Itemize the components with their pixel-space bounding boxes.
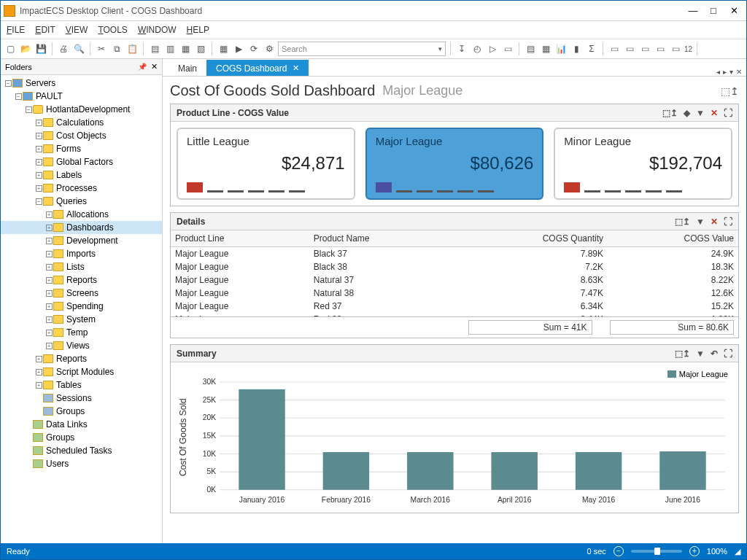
- close-button[interactable]: ✕: [724, 4, 743, 18]
- menu-help[interactable]: HELP: [187, 25, 209, 35]
- tree-node[interactable]: −PAULT: [1, 90, 162, 103]
- panel-clear-icon[interactable]: ✕: [711, 217, 718, 227]
- tree-node[interactable]: −Queries: [1, 195, 162, 208]
- product-card[interactable]: Minor League$192,704: [554, 128, 732, 200]
- preview-icon[interactable]: 🔍: [72, 42, 85, 55]
- column-header[interactable]: COGS Value: [608, 230, 738, 247]
- column-header[interactable]: Product Name: [309, 230, 453, 247]
- tb-r9[interactable]: Σ: [585, 42, 598, 55]
- tb-r12[interactable]: ▭: [638, 42, 651, 55]
- panel-undo-icon[interactable]: ↶: [711, 349, 718, 359]
- save-icon[interactable]: 💾: [34, 42, 47, 55]
- tab-main[interactable]: Main: [169, 60, 206, 76]
- tree-node[interactable]: +Imports: [1, 247, 162, 260]
- tb-r3[interactable]: ▷: [486, 42, 499, 55]
- tb-icon-3[interactable]: ▦: [179, 42, 192, 55]
- sidebar-close-icon[interactable]: ✕: [151, 62, 158, 71]
- panel-export-icon[interactable]: ⬚↥: [675, 349, 690, 359]
- export-icon[interactable]: ⬚↥: [721, 85, 739, 97]
- tree-node[interactable]: +Dashboards: [1, 221, 162, 234]
- tb-r1[interactable]: ↧: [455, 42, 468, 55]
- panel-filter-icon[interactable]: ▼: [696, 108, 705, 118]
- paste-icon[interactable]: 📋: [125, 42, 139, 55]
- menu-edit[interactable]: EDIT: [35, 25, 55, 35]
- product-card[interactable]: Little League$24,871: [177, 128, 355, 200]
- tree-node[interactable]: Scheduled Tasks: [1, 444, 162, 457]
- zoom-in-button[interactable]: +: [689, 546, 700, 556]
- panel-export-icon[interactable]: ⬚↥: [662, 108, 678, 118]
- tb-icon-2[interactable]: ▥: [163, 42, 177, 55]
- gear-icon[interactable]: ⚙: [263, 42, 276, 55]
- print-icon[interactable]: 🖨: [57, 42, 70, 55]
- zoom-out-button[interactable]: −: [614, 546, 624, 556]
- panel-export-icon[interactable]: ⬚↥: [675, 217, 690, 227]
- tree-node[interactable]: +Lists: [1, 260, 162, 273]
- tb-r14[interactable]: ▭: [669, 42, 682, 55]
- column-header[interactable]: COGS Quantity: [453, 230, 608, 247]
- cut-icon[interactable]: ✂: [95, 42, 108, 55]
- tb-r10[interactable]: ▭: [608, 42, 621, 55]
- tb-icon-1[interactable]: ▤: [148, 42, 161, 55]
- table-row[interactable]: Major LeagueNatural 378.63K8.22K: [171, 273, 738, 287]
- tree-node[interactable]: −Servers: [1, 77, 162, 90]
- tb-r13[interactable]: ▭: [654, 42, 667, 55]
- tree-node[interactable]: +Allocations: [1, 208, 162, 221]
- tab-menu-icon[interactable]: ▾: [729, 68, 733, 76]
- tree-node[interactable]: +Processes: [1, 182, 162, 195]
- tab-nav-right[interactable]: ▸: [723, 68, 727, 76]
- tb-r6[interactable]: ▦: [539, 42, 552, 55]
- play-icon[interactable]: ▶: [232, 42, 245, 55]
- panel-expand-icon[interactable]: ⛶: [724, 108, 732, 118]
- tree-node[interactable]: Sessions: [1, 392, 162, 405]
- menu-view[interactable]: VIEW: [66, 25, 88, 35]
- panel-layers-icon[interactable]: ◆: [684, 108, 690, 118]
- tb-12[interactable]: 12: [684, 42, 692, 55]
- tab-close-all-icon[interactable]: ✕: [736, 68, 742, 76]
- tree-node[interactable]: Data Links: [1, 418, 162, 431]
- grid-icon[interactable]: ▦: [217, 42, 230, 55]
- panel-filter-icon[interactable]: ▼: [696, 349, 705, 359]
- panel-expand-icon[interactable]: ⛶: [724, 349, 732, 359]
- minimize-button[interactable]: —: [684, 4, 703, 18]
- tb-r7[interactable]: 📊: [554, 42, 568, 55]
- tb-icon-4[interactable]: ▧: [194, 42, 207, 55]
- pin-icon[interactable]: 📌: [138, 63, 147, 71]
- tree-node[interactable]: +Reports: [1, 273, 162, 287]
- tree-node[interactable]: +Screens: [1, 287, 162, 300]
- table-row[interactable]: Major LeagueNatural 387.47K12.6K: [171, 287, 738, 300]
- tb-r8[interactable]: ▮: [570, 42, 583, 55]
- panel-filter-icon[interactable]: ▼: [696, 217, 705, 227]
- panel-expand-icon[interactable]: ⛶: [724, 217, 732, 227]
- tree-node[interactable]: +Spending: [1, 300, 162, 313]
- menu-file[interactable]: FILE: [7, 25, 25, 35]
- summary-chart[interactable]: Major League 0K5K10K15K20K25K30KJanuary …: [190, 368, 732, 507]
- tree-node[interactable]: Groups: [1, 405, 162, 418]
- tree-node[interactable]: +Labels: [1, 168, 162, 182]
- panel-clear-icon[interactable]: ✕: [711, 108, 718, 118]
- tree-node[interactable]: +Calculations: [1, 116, 162, 129]
- tab-close-icon[interactable]: ✕: [293, 63, 299, 73]
- tab-cogs-dashboard[interactable]: COGS Dashboard✕: [206, 60, 309, 76]
- table-row[interactable]: Major LeagueBlack 377.89K24.9K: [171, 247, 738, 261]
- menu-tools[interactable]: TOOLS: [98, 25, 127, 35]
- column-header[interactable]: Product Line: [171, 230, 309, 247]
- tree-node[interactable]: +Script Modules: [1, 365, 162, 378]
- product-card[interactable]: Major League$80,626: [365, 128, 544, 200]
- tree-node[interactable]: +Tables: [1, 378, 162, 392]
- search-input[interactable]: Search: [278, 42, 446, 56]
- refresh-icon[interactable]: ⟳: [247, 42, 260, 55]
- details-table[interactable]: Product LineProduct NameCOGS QuantityCOG…: [171, 230, 738, 316]
- new-icon[interactable]: ▢: [4, 42, 17, 55]
- tree-node[interactable]: +Views: [1, 339, 162, 352]
- zoom-slider[interactable]: [631, 550, 682, 553]
- maximize-button[interactable]: □: [704, 4, 723, 18]
- tree-node[interactable]: −HotlantaDevelopment: [1, 103, 162, 116]
- open-icon[interactable]: 📂: [19, 42, 32, 55]
- tree-node[interactable]: Users: [1, 457, 162, 470]
- copy-icon[interactable]: ⧉: [110, 42, 123, 55]
- tab-nav-left[interactable]: ◂: [716, 68, 720, 76]
- tree-node[interactable]: +Cost Objects: [1, 129, 162, 142]
- tb-r4[interactable]: ▭: [501, 42, 514, 55]
- tree-node[interactable]: +Global Factors: [1, 155, 162, 168]
- table-row[interactable]: Major LeagueRed 376.34K15.2K: [171, 300, 738, 313]
